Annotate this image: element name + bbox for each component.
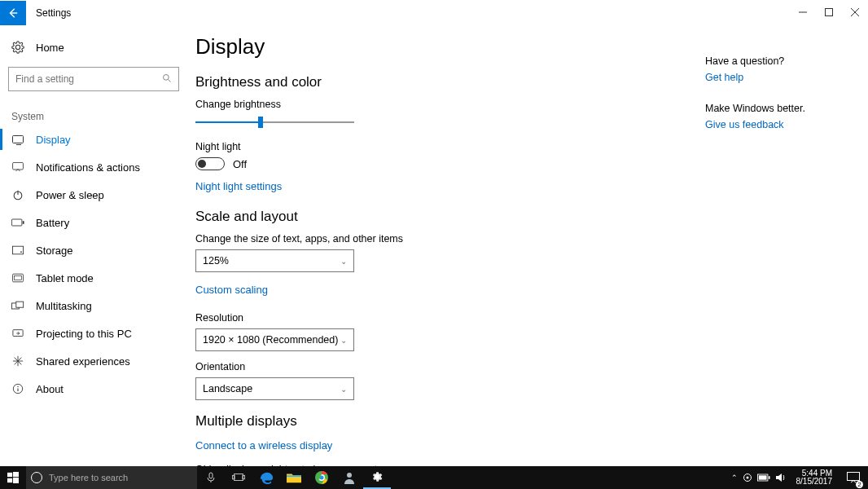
sidebar-item-about[interactable]: About: [0, 375, 187, 403]
back-button[interactable]: [0, 1, 26, 25]
orientation-dropdown[interactable]: Landscape ⌄: [195, 377, 354, 400]
taskbar-apps: [197, 466, 391, 489]
nav-label: Storage: [36, 244, 73, 257]
chevron-down-icon: ⌄: [340, 257, 347, 266]
connect-wireless-link[interactable]: Connect to a wireless display: [195, 439, 332, 452]
svg-rect-4: [11, 219, 21, 226]
svg-rect-33: [848, 473, 860, 481]
sidebar-item-notifications[interactable]: Notifications & actions: [0, 153, 187, 181]
sidebar-item-projecting[interactable]: Projecting to this PC: [0, 319, 187, 347]
maximize-icon: [825, 8, 833, 16]
close-icon: [851, 8, 859, 16]
folder-icon: [287, 472, 301, 483]
feedback-link[interactable]: Give us feedback: [705, 119, 835, 130]
svg-point-27: [347, 473, 352, 478]
settings-app[interactable]: [363, 466, 391, 489]
chevron-down-icon: ⌄: [340, 385, 347, 394]
notifications-icon: [11, 161, 24, 174]
chrome-app[interactable]: [308, 466, 335, 489]
orientation-label: Orientation: [195, 361, 868, 372]
orientation-value: Landscape: [203, 383, 252, 394]
svg-rect-32: [758, 475, 766, 479]
action-center-button[interactable]: 2: [842, 466, 865, 489]
svg-rect-0: [826, 9, 833, 16]
clock[interactable]: 5:44 PM 8/15/2017: [791, 469, 838, 487]
svg-rect-17: [7, 478, 12, 482]
help-panel: Have a question? Get help Make Windows b…: [705, 55, 835, 150]
sidebar-item-power-sleep[interactable]: Power & sleep: [0, 181, 187, 209]
svg-rect-23: [287, 475, 301, 477]
svg-rect-16: [13, 472, 19, 477]
custom-scaling-link[interactable]: Custom scaling: [195, 284, 268, 296]
edge-app[interactable]: [252, 466, 280, 489]
resolution-label: Resolution: [195, 312, 868, 324]
sidebar: Home System Display Notifications & acti…: [0, 26, 187, 466]
help-question: Have a question?: [705, 55, 835, 67]
svg-point-14: [17, 386, 18, 387]
tray-overflow-button[interactable]: ⌃: [731, 474, 738, 482]
battery-tray-icon[interactable]: [757, 474, 770, 482]
brightness-slider[interactable]: [195, 115, 354, 130]
search-icon: [162, 73, 172, 86]
maximize-button[interactable]: [816, 0, 842, 24]
projecting-icon: [11, 327, 24, 340]
home-nav[interactable]: Home: [0, 34, 187, 60]
svg-rect-9: [15, 275, 22, 280]
feedback-heading: Make Windows better.: [705, 103, 835, 114]
svg-rect-11: [16, 302, 24, 307]
task-view-button[interactable]: [225, 466, 252, 489]
section-multiple-displays: Multiple displays: [195, 413, 868, 430]
night-light-toggle[interactable]: [195, 157, 225, 170]
svg-rect-20: [235, 474, 243, 481]
svg-rect-22: [243, 475, 245, 478]
sidebar-item-multitasking[interactable]: Multitasking: [0, 292, 187, 319]
svg-point-7: [20, 251, 22, 253]
clock-date: 8/15/2017: [796, 478, 833, 487]
svg-rect-19: [209, 473, 213, 478]
nav-label: Shared experiences: [36, 355, 130, 368]
battery-icon: [11, 216, 24, 229]
sidebar-item-display[interactable]: Display: [0, 126, 187, 153]
slider-thumb[interactable]: [258, 117, 263, 128]
close-button[interactable]: [842, 0, 868, 24]
person-icon: [344, 471, 355, 484]
svg-rect-18: [13, 478, 19, 483]
taskbar-search-placeholder: Type here to search: [49, 473, 128, 482]
power-icon: [11, 188, 24, 201]
resolution-dropdown[interactable]: 1920 × 1080 (Recommended) ⌄: [195, 328, 354, 351]
get-help-link[interactable]: Get help: [705, 72, 835, 83]
nav-label: Multitasking: [36, 300, 92, 312]
app-icon-generic[interactable]: [335, 466, 363, 489]
main-content: Display Brightness and color Change brig…: [187, 26, 868, 466]
home-label: Home: [36, 42, 64, 54]
chevron-down-icon: ⌄: [340, 336, 347, 345]
search-input[interactable]: [15, 73, 146, 85]
scale-dropdown[interactable]: 125% ⌄: [195, 249, 354, 272]
svg-rect-31: [768, 476, 769, 479]
svg-rect-6: [12, 246, 23, 254]
mic-button[interactable]: [197, 466, 225, 489]
taskbar-search[interactable]: Type here to search: [26, 466, 197, 489]
minimize-button[interactable]: [790, 0, 816, 24]
edge-icon: [259, 470, 274, 485]
file-explorer-app[interactable]: [280, 466, 308, 489]
nav-label: Tablet mode: [36, 272, 94, 284]
section-scale: Scale and layout: [195, 209, 868, 225]
sidebar-item-storage[interactable]: Storage: [0, 236, 187, 264]
sidebar-item-battery[interactable]: Battery: [0, 209, 187, 236]
sidebar-item-shared-experiences[interactable]: Shared experiences: [0, 347, 187, 375]
svg-rect-2: [13, 162, 24, 170]
location-icon[interactable]: [743, 473, 752, 482]
tablet-icon: [11, 271, 24, 284]
night-light-settings-link[interactable]: Night light settings: [195, 180, 282, 192]
volume-icon[interactable]: [775, 473, 787, 482]
cortana-icon: [31, 472, 42, 483]
multitasking-icon: [11, 299, 24, 312]
nav-label: About: [36, 383, 64, 395]
search-settings[interactable]: [8, 67, 179, 91]
minimize-icon: [799, 8, 807, 16]
start-button[interactable]: [0, 472, 26, 483]
info-icon: [11, 382, 24, 395]
sidebar-item-tablet-mode[interactable]: Tablet mode: [0, 264, 187, 292]
svg-point-1: [164, 74, 169, 80]
